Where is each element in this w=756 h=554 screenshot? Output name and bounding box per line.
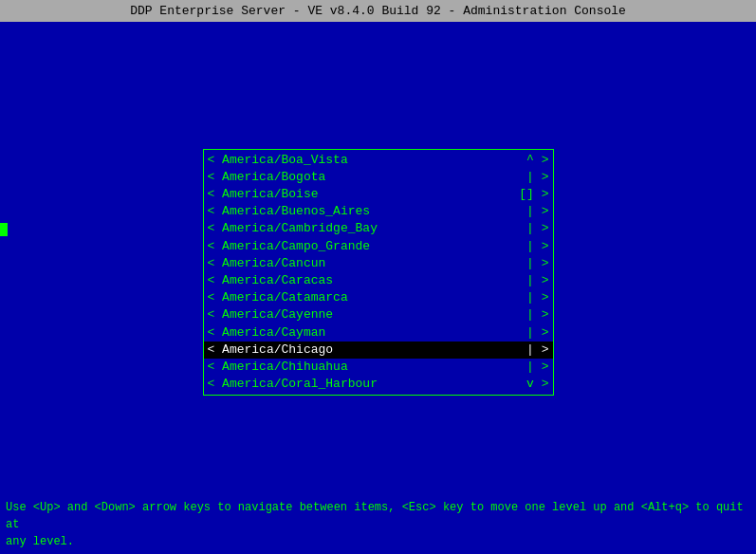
list-item[interactable]: < America/Buenos_Aires | > [204,203,553,220]
list-item[interactable]: < America/Chicago | > [204,342,553,359]
status-line1: Use <Up> and <Down> arrow keys to naviga… [6,499,750,533]
list-item[interactable]: < America/Chihuahua | > [204,359,553,376]
list-item-text: < America/Cayman [208,324,520,342]
list-item-text: < America/Chihuahua [208,359,520,376]
cursor [0,223,8,236]
list-item-suffix: | > [519,359,548,376]
list-item-text: < America/Coral_Harbour [208,376,520,393]
list-item-suffix: | > [519,324,548,342]
list-item-text: < America/Boise [208,186,512,203]
list-item-text: < America/Campo_Grande [208,238,520,255]
list-item-text: < America/Boa_Vista [208,152,520,169]
list-item-text: < America/Cambridge_Bay [208,220,520,237]
list-item-suffix: v > [519,376,548,393]
list-item[interactable]: < America/Cayman | > [204,324,553,342]
list-item[interactable]: < America/Cayenne | > [204,306,553,323]
list-item[interactable]: < America/Caracas | > [204,272,553,289]
status-line2: any level. [6,533,750,550]
list-item[interactable]: < America/Bogota | > [204,169,553,186]
status-bar: Use <Up> and <Down> arrow keys to naviga… [0,495,756,554]
list-item-text: < America/Chicago [208,342,520,359]
list-item-suffix: | > [519,203,548,220]
list-item-text: < America/Catamarca [208,289,520,306]
list-item-text: < America/Caracas [208,272,520,289]
list-item-suffix: [] > [511,186,548,203]
list-item-suffix: | > [519,169,548,186]
list-item-text: < America/Cancun [208,255,520,272]
list-item-suffix: ^ > [519,152,548,169]
list-item-suffix: | > [519,220,548,237]
list-item-suffix: | > [519,272,548,289]
list-item[interactable]: < America/Cancun | > [204,255,553,272]
list-item-text: < America/Buenos_Aires [208,203,520,220]
title-text: DDP Enterprise Server - VE v8.4.0 Build … [130,4,626,18]
list-item-suffix: | > [519,255,548,272]
list-item-text: < America/Bogota [208,169,520,186]
list-item-suffix: | > [519,289,548,306]
list-box[interactable]: < America/Boa_Vista ^ >< America/Bogota … [203,149,554,397]
list-item[interactable]: < America/Catamarca | > [204,289,553,306]
list-item[interactable]: < America/Cambridge_Bay | > [204,220,553,237]
list-item[interactable]: < America/Coral_Harbour v > [204,376,553,393]
list-item-text: < America/Cayenne [208,306,520,323]
list-item[interactable]: < America/Campo_Grande | > [204,238,553,255]
title-bar: DDP Enterprise Server - VE v8.4.0 Build … [0,0,756,22]
list-item[interactable]: < America/Boa_Vista ^ > [204,152,553,169]
list-item-suffix: | > [519,238,548,255]
main-area: < America/Boa_Vista ^ >< America/Bogota … [0,28,756,516]
list-item-suffix: | > [519,342,548,359]
list-item-suffix: | > [519,306,548,323]
list-item[interactable]: < America/Boise [] > [204,186,553,203]
